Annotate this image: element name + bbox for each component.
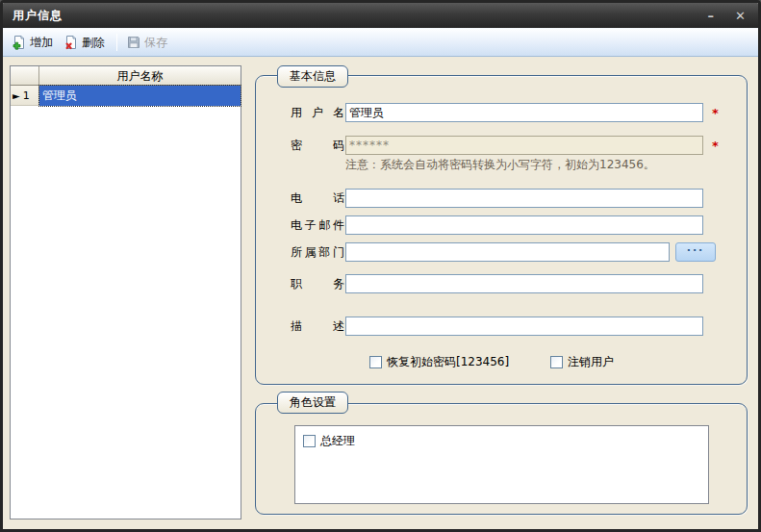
minimize-button[interactable]: – [705, 10, 718, 22]
row-marker-icon: ► [13, 90, 20, 101]
email-label: 电子邮件 [291, 217, 344, 234]
description-label: 描述 [291, 318, 344, 335]
grid-header-row: 用户名称 [11, 66, 241, 86]
window-title: 用户信息 [13, 8, 63, 24]
position-field[interactable] [345, 274, 703, 293]
position-label: 职务 [291, 276, 344, 292]
row-header-cell[interactable]: ► 1 [11, 86, 39, 106]
add-button-label: 增加 [30, 35, 53, 51]
toolbar-separator [116, 34, 117, 51]
grid-column-header[interactable]: 用户名称 [39, 66, 241, 86]
toolbar: 增加 删除 保存 [3, 28, 758, 57]
table-row[interactable]: ► 1 管理员 [11, 86, 241, 106]
role-item[interactable]: 总经理 [303, 433, 700, 449]
role-checkbox[interactable] [303, 435, 316, 447]
delete-button-label: 删除 [82, 35, 105, 51]
add-user-icon [12, 35, 27, 50]
username-required-mark: * [712, 106, 719, 120]
reset-password-label: 恢复初始密码[123456] [387, 354, 509, 370]
description-row: 描述 [291, 317, 703, 336]
role-settings-group-title: 角色设置 [277, 392, 348, 414]
department-row: 所属部门 ··· [291, 242, 716, 262]
save-button-label: 保存 [144, 35, 167, 51]
deactivate-user-label: 注销用户 [568, 354, 614, 370]
phone-field[interactable] [345, 189, 703, 208]
email-field[interactable] [345, 215, 703, 235]
delete-user-icon [63, 35, 79, 50]
options-row: 恢复初始密码[123456] 注销用户 [256, 354, 747, 369]
password-row: 密码 * [291, 136, 719, 155]
reset-password-checkbox-item[interactable]: 恢复初始密码[123456] [369, 354, 509, 370]
password-note: 注意：系统会自动将密码转换为小写字符，初始为123456。 [345, 157, 655, 173]
deactivate-user-checkbox-item[interactable]: 注销用户 [550, 354, 614, 370]
password-field [345, 136, 703, 155]
basic-info-group: 基本信息 用户名 * 密码 * 注意：系统会自动将密码转换为小写字符，初始为12… [255, 75, 748, 385]
phone-label: 电话 [291, 190, 344, 207]
reset-password-checkbox[interactable] [369, 356, 382, 368]
password-required-mark: * [712, 139, 719, 153]
email-row: 电子邮件 [291, 215, 703, 235]
department-label: 所属部门 [291, 244, 344, 261]
username-label: 用户名 [291, 105, 344, 121]
save-button[interactable]: 保存 [122, 32, 174, 54]
position-row: 职务 [291, 274, 703, 293]
department-field[interactable] [345, 242, 670, 262]
deactivate-user-checkbox[interactable] [550, 356, 563, 368]
save-floppy-icon [126, 35, 141, 50]
title-bar: 用户信息 – ✕ [3, 3, 758, 28]
username-row: 用户名 * [291, 103, 719, 122]
user-info-window: 用户信息 – ✕ 增加 [0, 0, 761, 532]
row-number: 1 [23, 89, 30, 102]
department-browse-button[interactable]: ··· [675, 242, 716, 262]
delete-button[interactable]: 删除 [60, 32, 112, 54]
role-label: 总经理 [320, 433, 355, 449]
description-field[interactable] [345, 317, 703, 336]
user-list-grid: 用户名称 ► 1 管理员 [10, 65, 241, 519]
role-settings-group: 角色设置 总经理 [255, 403, 748, 515]
window-controls: – ✕ [705, 10, 748, 22]
basic-info-group-title: 基本信息 [277, 65, 348, 88]
phone-row: 电话 [291, 189, 703, 208]
password-label: 密码 [291, 138, 344, 154]
add-button[interactable]: 增加 [8, 32, 60, 54]
username-field[interactable] [345, 103, 703, 122]
grid-corner-cell[interactable] [11, 66, 39, 86]
user-name-cell[interactable]: 管理员 [39, 86, 241, 106]
close-button[interactable]: ✕ [732, 10, 748, 22]
roles-listbox[interactable]: 总经理 [294, 425, 709, 504]
